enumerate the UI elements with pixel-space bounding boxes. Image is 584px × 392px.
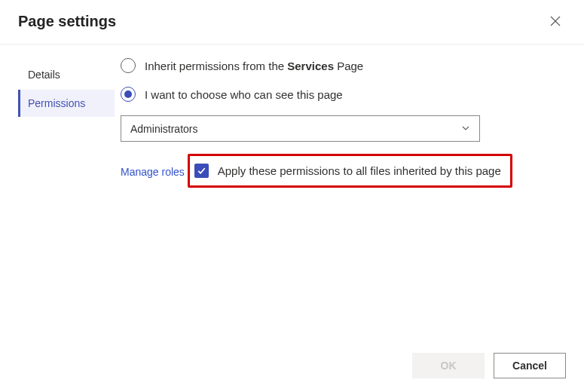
ok-button-label: OK: [441, 360, 457, 372]
sidebar: Details Permissions: [0, 54, 121, 344]
manage-roles-link[interactable]: Manage roles: [121, 166, 185, 178]
radio-choose[interactable]: [121, 87, 136, 102]
dialog-title: Page settings: [18, 13, 116, 30]
apply-checkbox-label: Apply these permissions to all files inh…: [218, 164, 501, 177]
page-settings-dialog: Page settings Details Permissions Inheri…: [0, 0, 584, 392]
chevron-down-icon: [461, 123, 470, 135]
tab-details[interactable]: Details: [18, 61, 115, 88]
close-button[interactable]: [545, 11, 566, 32]
cancel-button[interactable]: Cancel: [494, 353, 566, 378]
radio-inherit-label: Inherit permissions from the Services Pa…: [145, 60, 363, 72]
radio-choose-row[interactable]: I want to choose who can see this page: [121, 87, 566, 102]
tab-label: Details: [28, 69, 60, 81]
role-select-value: Administrators: [130, 123, 197, 135]
radio-choose-label: I want to choose who can see this page: [145, 88, 343, 101]
tab-label: Permissions: [28, 97, 85, 109]
ok-button: OK: [412, 353, 485, 378]
radio-inherit-row[interactable]: Inherit permissions from the Services Pa…: [121, 58, 566, 73]
radio-dot-icon: [124, 90, 132, 98]
permissions-panel: Inherit permissions from the Services Pa…: [121, 54, 584, 344]
cancel-button-label: Cancel: [512, 360, 547, 372]
radio-inherit[interactable]: [121, 58, 136, 73]
dialog-header: Page settings: [0, 0, 584, 44]
tab-permissions[interactable]: Permissions: [18, 90, 115, 117]
apply-checkbox[interactable]: [194, 164, 209, 178]
dialog-footer: OK Cancel: [0, 344, 584, 392]
role-select[interactable]: Administrators: [121, 115, 480, 142]
dialog-body: Details Permissions Inherit permissions …: [0, 44, 584, 344]
close-icon: [550, 16, 561, 26]
check-icon: [197, 166, 206, 176]
apply-permissions-highlight: Apply these permissions to all files inh…: [188, 154, 512, 188]
